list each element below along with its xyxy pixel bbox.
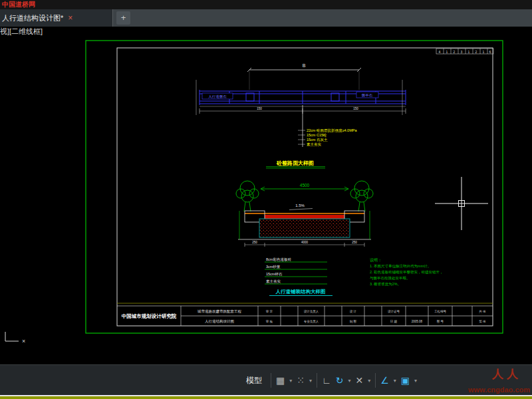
ucs-origin-marker: × bbox=[22, 338, 25, 344]
dropdown-caret-icon[interactable]: ▾ bbox=[414, 378, 417, 384]
snap-icon[interactable]: ⁙ bbox=[297, 375, 305, 386]
titleblock-cell-label: 设 计 bbox=[350, 309, 357, 313]
titleblock-cell-label: 工程编号 bbox=[434, 309, 447, 313]
plan-label-left: 人行道侧石 bbox=[208, 94, 227, 99]
revision-table: 4 1 2 3 1 2 1 6 bbox=[436, 49, 493, 54]
file-tab-bar: 人行道结构设计图* × + bbox=[0, 9, 532, 27]
notes-block: 说明： 1. 本图尺寸单位除注明外均为mm计。 2. 彩色道板砖铺砌应平整密实，… bbox=[370, 258, 444, 287]
plan-layer-note: 15cm 石灰土 bbox=[307, 138, 328, 142]
titleblock-cell-label: 共 张 bbox=[479, 310, 486, 313]
dropdown-caret-icon[interactable]: ▾ bbox=[394, 378, 396, 384]
plan-layer-note: 15cm C15砼 bbox=[307, 133, 327, 138]
viewport-controls[interactable]: 视][二维线框] bbox=[0, 27, 43, 37]
titleblock-cell-label: 日 期 bbox=[390, 320, 398, 323]
titleblock-cell-label: 审 核 bbox=[266, 320, 273, 323]
section-layer-label: 15cm碎石 bbox=[266, 272, 283, 277]
section-title: 人行道铺装结构大样图 bbox=[275, 289, 326, 295]
section-dim: 4000 bbox=[301, 241, 309, 244]
section-layer-label: 3cm砂浆 bbox=[266, 265, 281, 269]
note-line: 与侧平石衔接处应平顺。 bbox=[370, 276, 410, 281]
document-tab-label: 人行道结构设计图* bbox=[2, 13, 63, 23]
ortho-icon[interactable]: ∟ bbox=[322, 375, 331, 386]
titleblock-cell-value: 2005.08 bbox=[412, 320, 423, 323]
note-line: 1. 本图尺寸单位除注明外均为mm计。 bbox=[370, 264, 431, 269]
drawing-name: 人行道结构设计图 bbox=[205, 319, 234, 324]
titleblock-cell-label: 设计负责人 bbox=[304, 309, 319, 313]
isodraft-icon[interactable]: ∠ bbox=[380, 375, 389, 386]
note-line: 3. 横坡坡度为2%。 bbox=[370, 282, 401, 287]
project-name: 城市道路改建市政配套工程 bbox=[197, 309, 242, 314]
revision-cell: 6 bbox=[489, 50, 491, 54]
plan-layer-note: 素土夯实 bbox=[307, 142, 322, 147]
revision-cell: 1 bbox=[468, 50, 470, 54]
site-watermark: www.cngdao.com bbox=[468, 386, 530, 394]
plan-dim: 150 bbox=[353, 107, 358, 110]
document-tab[interactable]: 人行道结构设计图* × bbox=[0, 9, 113, 27]
titleblock-cell-label: 制 图 bbox=[350, 320, 356, 323]
section-layer-label: 8cm彩色道板砖 bbox=[266, 257, 291, 261]
polar-tracking-icon[interactable]: ↻ bbox=[336, 375, 344, 386]
section-view: 4500 1.5% 250 4000 bbox=[236, 181, 373, 296]
application-window: 中国道桥网 人行道结构设计图* × + 视][二维线框] bbox=[0, 0, 532, 399]
model-tab-button[interactable]: 模型 bbox=[242, 372, 266, 389]
revision-cell: 4 bbox=[439, 50, 441, 54]
titleblock-cell-label: 专业负责人 bbox=[304, 320, 319, 323]
section-dim: 250 bbox=[352, 241, 357, 244]
dropdown-caret-icon[interactable]: ▾ bbox=[309, 378, 312, 384]
tree-symbol bbox=[236, 181, 259, 211]
status-bar: 模型 ▦ ▾ ⁙ ▾ ∟ ↻ ▾ ✕ ▾ ∠ ▾ ▣ ▾ bbox=[0, 364, 532, 395]
separator bbox=[375, 373, 376, 388]
revision-cell: 1 bbox=[483, 50, 485, 54]
title-block: 中国城市规划设计研究院 城市道路改建市政配套工程 人行道结构设计图 审 定 审 … bbox=[117, 306, 493, 326]
revision-cell: 2 bbox=[475, 50, 477, 54]
tree-symbol bbox=[350, 181, 373, 211]
drawing-canvas[interactable]: 4 1 2 3 1 2 1 6 B bbox=[0, 37, 532, 364]
plan-dim: 150 bbox=[257, 107, 262, 110]
section-dim: 250 bbox=[252, 241, 257, 244]
object-snap-tracking-icon[interactable]: ✕ bbox=[355, 375, 363, 386]
revision-cell: 1 bbox=[446, 50, 448, 54]
separator bbox=[317, 373, 317, 388]
note-line: 2. 彩色道板砖铺砌应平整密实，砖缝应错开， bbox=[370, 270, 444, 275]
crosshair-cursor bbox=[435, 177, 488, 230]
object-snap-icon[interactable]: ▣ bbox=[401, 375, 410, 386]
section-width-dim: 4500 bbox=[300, 183, 310, 188]
revision-cell: 3 bbox=[461, 50, 463, 54]
title-bar: 中国道桥网 bbox=[0, 0, 532, 9]
dropdown-caret-icon[interactable]: ▾ bbox=[289, 378, 292, 384]
watermark-brand: 中国道桥网 bbox=[0, 0, 532, 9]
plan-layer-note: 22cm 砼面层抗折强度≥4.0MPa bbox=[307, 128, 357, 133]
cad-drawing: 4 1 2 3 1 2 1 6 B bbox=[0, 37, 532, 364]
grid-icon[interactable]: ▦ bbox=[276, 375, 285, 386]
titleblock-cell-label: 设计证号 bbox=[388, 309, 400, 313]
institute-name: 中国城市规划设计研究院 bbox=[122, 313, 177, 319]
section-layer-label: 素土夯实 bbox=[266, 279, 281, 284]
plan-label-right: 侧平石 bbox=[361, 93, 373, 98]
dropdown-caret-icon[interactable]: ▾ bbox=[348, 378, 350, 384]
tab-close-icon[interactable]: × bbox=[68, 13, 72, 23]
revision-cell: 2 bbox=[454, 50, 456, 54]
plan-title: 砼整路面大样图 bbox=[276, 160, 314, 166]
slope-label: 1.5% bbox=[295, 203, 305, 207]
titleblock-cell-label: 第 张 bbox=[479, 320, 486, 323]
titleblock-cell-label: 图 号 bbox=[437, 320, 444, 323]
plan-view: B 人行道侧石 侧平石 bbox=[196, 63, 406, 169]
notes-heading: 说明： bbox=[370, 258, 382, 263]
ucs-icon: × bbox=[5, 332, 25, 344]
dropdown-caret-icon[interactable]: ▾ bbox=[368, 378, 370, 384]
cngdao-logo-figures: 人人 bbox=[492, 366, 521, 382]
plan-dim-b: B bbox=[303, 63, 306, 68]
bottom-accent-bar bbox=[0, 396, 532, 399]
separator bbox=[271, 373, 271, 388]
new-tab-button[interactable]: + bbox=[116, 11, 130, 25]
titleblock-cell-label: 审 定 bbox=[266, 310, 273, 313]
